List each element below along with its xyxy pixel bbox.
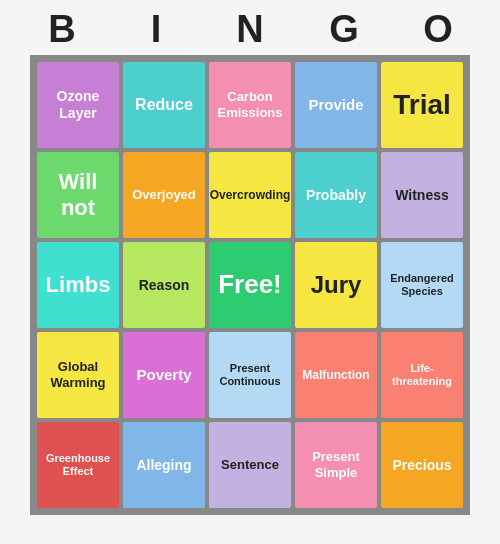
bingo-cell-9: Witness: [381, 152, 463, 238]
bingo-cell-12: Free!: [209, 242, 291, 328]
bingo-letter-g: G: [303, 8, 385, 51]
bingo-cell-8: Probably: [295, 152, 377, 238]
bingo-letter-i: I: [115, 8, 197, 51]
bingo-cell-11: Reason: [123, 242, 205, 328]
bingo-cell-19: Life-threatening: [381, 332, 463, 418]
bingo-letter-o: O: [397, 8, 479, 51]
bingo-grid: Ozone LayerReduceCarbon EmissionsProvide…: [30, 55, 470, 515]
bingo-cell-6: Overjoyed: [123, 152, 205, 238]
bingo-cell-22: Sentence: [209, 422, 291, 508]
bingo-cell-17: Present Continuous: [209, 332, 291, 418]
bingo-cell-13: Jury: [295, 242, 377, 328]
bingo-cell-5: Will not: [37, 152, 119, 238]
bingo-cell-1: Reduce: [123, 62, 205, 148]
bingo-header: BINGO: [15, 0, 485, 55]
bingo-cell-4: Trial: [381, 62, 463, 148]
bingo-cell-18: Malfunction: [295, 332, 377, 418]
bingo-cell-21: Alleging: [123, 422, 205, 508]
bingo-cell-24: Precious: [381, 422, 463, 508]
bingo-cell-15: Global Warming: [37, 332, 119, 418]
bingo-cell-23: Present Simple: [295, 422, 377, 508]
bingo-cell-14: Endangered Species: [381, 242, 463, 328]
bingo-cell-20: Greenhouse Effect: [37, 422, 119, 508]
bingo-cell-0: Ozone Layer: [37, 62, 119, 148]
bingo-cell-16: Poverty: [123, 332, 205, 418]
bingo-cell-3: Provide: [295, 62, 377, 148]
bingo-cell-2: Carbon Emissions: [209, 62, 291, 148]
bingo-letter-b: B: [21, 8, 103, 51]
bingo-letter-n: N: [209, 8, 291, 51]
bingo-cell-7: Overcrowding: [209, 152, 291, 238]
bingo-cell-10: Limbs: [37, 242, 119, 328]
